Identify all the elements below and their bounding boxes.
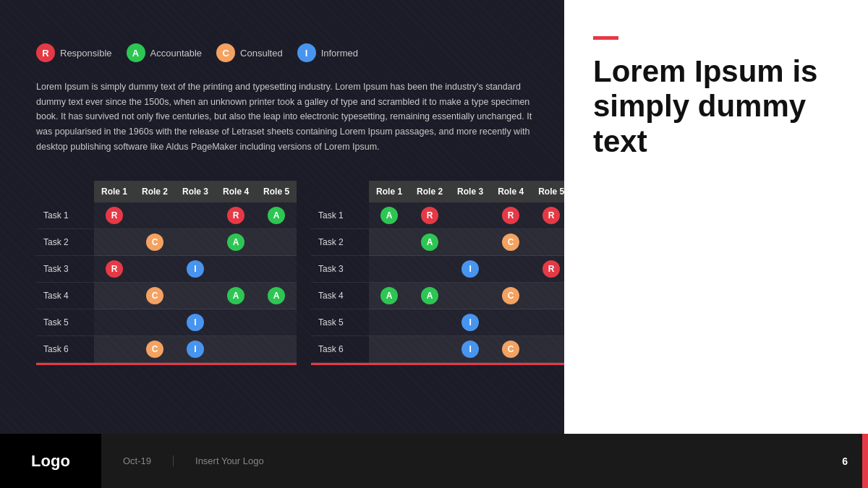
cell-badge-c: C	[502, 234, 519, 251]
legend-label-i: Informed	[321, 48, 358, 59]
table-row: Task 1RRA	[36, 202, 297, 229]
cell-5-3: C	[490, 336, 531, 363]
table-row: Task 4AAC	[311, 283, 571, 309]
cell-2-0	[369, 256, 409, 283]
cell-badge-r: R	[502, 207, 519, 224]
cell-badge-c: C	[502, 287, 519, 304]
cell-3-1: A	[409, 283, 450, 309]
legend-label-r: Responsible	[60, 48, 112, 59]
table-header-5: Role 5	[256, 181, 297, 202]
footer-logo: Logo	[0, 434, 101, 488]
task-name-2: Task 3	[36, 256, 94, 283]
cell-2-2: I	[175, 256, 216, 283]
cell-badge-a: A	[268, 207, 285, 224]
task-name-0: Task 1	[36, 202, 94, 229]
table-row: Task 4CAA	[36, 283, 297, 309]
cell-badge-a: A	[380, 287, 398, 304]
cell-2-1	[409, 256, 450, 283]
badge-r: R	[36, 43, 55, 62]
cell-3-4: A	[256, 283, 297, 309]
cell-3-2	[450, 283, 490, 309]
cell-3-3: A	[216, 283, 256, 309]
cell-0-4: A	[256, 202, 297, 229]
cell-4-0	[94, 309, 135, 336]
footer: Logo Oct-19 Insert Your Logo 6	[0, 434, 868, 488]
cell-badge-c: C	[502, 341, 519, 358]
cell-0-1: R	[409, 202, 450, 229]
cell-4-3	[490, 309, 531, 336]
table1-wrapper: Role 1Role 2Role 3Role 4Role 5Task 1RRAT…	[36, 181, 297, 365]
task-name-4: Task 5	[311, 309, 369, 336]
badge-i: I	[297, 43, 316, 62]
cell-badge-c: C	[146, 234, 163, 251]
cell-2-0: R	[94, 256, 135, 283]
cell-5-1: C	[135, 336, 175, 363]
cell-badge-a: A	[268, 287, 285, 304]
cell-badge-r: R	[106, 207, 123, 224]
table-header-0	[36, 181, 94, 202]
cell-3-0: A	[369, 283, 409, 309]
table-row: Task 3IR	[311, 256, 571, 283]
cell-0-0: R	[94, 202, 135, 229]
cell-badge-c: C	[146, 341, 163, 358]
cell-5-1	[409, 336, 450, 363]
cell-badge-r: R	[542, 207, 560, 224]
cell-1-2	[175, 229, 216, 256]
cell-badge-a: A	[227, 234, 244, 251]
task-name-0: Task 1	[311, 202, 369, 229]
cell-0-0: A	[369, 202, 409, 229]
table-row: Task 1ARRR	[311, 202, 571, 229]
cell-badge-i: I	[461, 314, 479, 331]
cell-badge-i: I	[187, 314, 204, 331]
cell-1-0	[94, 229, 135, 256]
legend-item-a: A Accountable	[127, 43, 203, 62]
cell-2-4	[256, 256, 297, 283]
table-header-2: Role 2	[135, 181, 175, 202]
table2-red-line	[311, 363, 571, 365]
cell-badge-r: R	[421, 207, 438, 224]
task-name-1: Task 2	[311, 229, 369, 256]
legend-label-c: Consulted	[240, 48, 283, 59]
cell-badge-i: I	[461, 260, 479, 278]
table-header-0	[311, 181, 369, 202]
cell-3-0	[94, 283, 135, 309]
table-row: Task 6CI	[36, 336, 297, 363]
cell-badge-a: A	[421, 287, 438, 304]
cell-5-0	[369, 336, 409, 363]
table-header-4: Role 4	[216, 181, 256, 202]
cell-2-3	[490, 256, 531, 283]
table-header-2: Role 2	[409, 181, 450, 202]
cell-1-4	[256, 229, 297, 256]
cell-badge-r: R	[227, 207, 244, 224]
red-bar	[593, 36, 618, 40]
slide-container: R Responsible A Accountable C Consulted …	[0, 0, 868, 488]
cell-0-3: R	[216, 202, 256, 229]
table-header-1: Role 1	[94, 181, 135, 202]
task-name-1: Task 2	[36, 229, 94, 256]
table2-wrapper: Role 1Role 2Role 3Role 4Role 5Task 1ARRR…	[311, 181, 571, 365]
table-row: Task 2CA	[36, 229, 297, 256]
table-row: Task 2AC	[311, 229, 571, 256]
cell-5-3	[216, 336, 256, 363]
cell-5-2: I	[175, 336, 216, 363]
cell-badge-a: A	[380, 207, 398, 224]
cell-0-3: R	[490, 202, 531, 229]
cell-0-2	[450, 202, 490, 229]
footer-insert-text: Insert Your Logo	[174, 455, 286, 466]
right-panel: Lorem Ipsum is simply dummy text	[564, 0, 868, 434]
task-name-3: Task 4	[36, 283, 94, 309]
cell-5-0	[94, 336, 135, 363]
cell-1-3: C	[490, 229, 531, 256]
legend-item-c: C Consulted	[216, 43, 283, 62]
cell-badge-c: C	[146, 287, 163, 304]
legend: R Responsible A Accountable C Consulted …	[36, 43, 358, 62]
cell-0-1	[135, 202, 175, 229]
table-row: Task 5I	[36, 309, 297, 336]
table-row: Task 5I	[311, 309, 571, 336]
badge-a: A	[127, 43, 145, 62]
footer-page-number: 6	[842, 455, 862, 467]
cell-1-1: C	[135, 229, 175, 256]
cell-2-3	[216, 256, 256, 283]
task-name-2: Task 3	[311, 256, 369, 283]
table-header-3: Role 3	[175, 181, 216, 202]
